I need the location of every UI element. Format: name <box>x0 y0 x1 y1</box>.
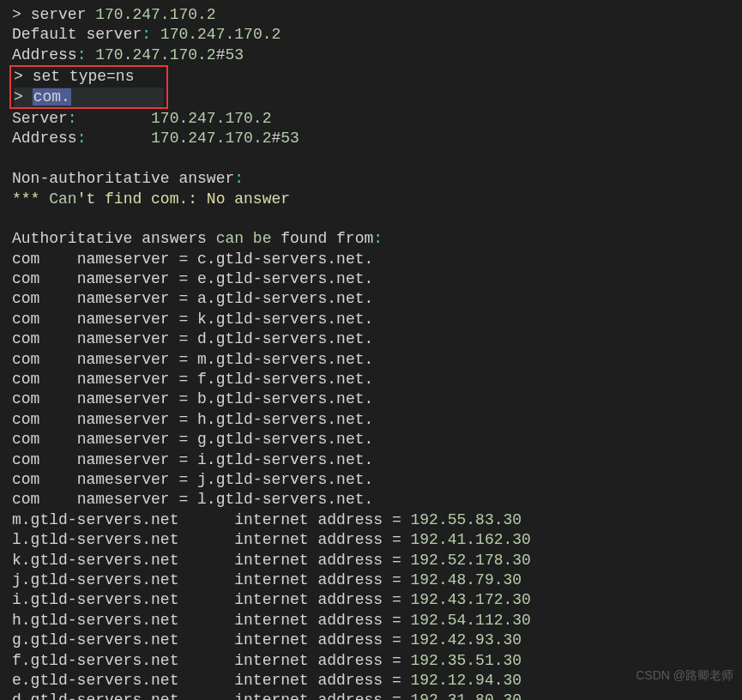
address-row: l.gtld-servers.net internet address = 19… <box>12 530 742 550</box>
nameserver-list: com nameserver = c.gtld-servers.net.com … <box>12 250 742 510</box>
auth-header: Authoritative answers can be found from: <box>12 229 742 249</box>
address-row: h.gtld-servers.net internet address = 19… <box>12 611 742 631</box>
blank-line <box>12 149 742 169</box>
address-row: f.gtld-servers.net internet address = 19… <box>12 651 742 671</box>
address-row: e.gtld-servers.net internet address = 19… <box>12 671 742 691</box>
cmd-line-server: > server 170.247.170.2 <box>12 5 742 25</box>
cmd-line-set-type: > set type=ns <box>14 67 164 87</box>
server-line: Server: 170.247.170.2 <box>12 109 742 129</box>
nameserver-row: com nameserver = i.gtld-servers.net. <box>12 450 742 470</box>
nameserver-row: com nameserver = f.gtld-servers.net. <box>12 370 742 389</box>
nameserver-row: com nameserver = k.gtld-servers.net. <box>12 310 742 329</box>
nameserver-row: com nameserver = l.gtld-servers.net. <box>12 490 742 510</box>
terminal-output: > server 170.247.170.2 Default server: 1… <box>12 5 742 700</box>
address-row: g.gtld-servers.net internet address = 19… <box>12 631 742 650</box>
nameserver-row: com nameserver = j.gtld-servers.net. <box>12 470 742 490</box>
address-line-1: Address: 170.247.170.2#53 <box>12 45 742 65</box>
nameserver-row: com nameserver = b.gtld-servers.net. <box>12 389 742 409</box>
watermark: CSDN @路卿老师 <box>636 667 733 683</box>
address-line-2: Address: 170.247.170.2#53 <box>12 129 742 148</box>
cmd-line-com: > com. <box>14 88 164 107</box>
nameserver-row: com nameserver = a.gtld-servers.net. <box>12 289 742 309</box>
address-row: m.gtld-servers.net internet address = 19… <box>12 510 742 530</box>
nameserver-row: com nameserver = e.gtld-servers.net. <box>12 269 742 289</box>
highlighted-commands: > set type=ns > com. <box>9 65 168 109</box>
address-row: i.gtld-servers.net internet address = 19… <box>12 590 742 610</box>
blank-line <box>12 209 742 229</box>
address-row: j.gtld-servers.net internet address = 19… <box>12 570 742 590</box>
non-auth-header: Non-authoritative answer: <box>12 169 742 189</box>
address-row: d.gtld-servers.net internet address = 19… <box>12 691 742 700</box>
address-row: k.gtld-servers.net internet address = 19… <box>12 551 742 570</box>
nameserver-row: com nameserver = g.gtld-servers.net. <box>12 430 742 450</box>
nameserver-row: com nameserver = d.gtld-servers.net. <box>12 329 742 349</box>
nameserver-row: com nameserver = h.gtld-servers.net. <box>12 410 742 430</box>
address-list: m.gtld-servers.net internet address = 19… <box>12 510 742 700</box>
nameserver-row: com nameserver = c.gtld-servers.net. <box>12 250 742 269</box>
default-server-line: Default server: 170.247.170.2 <box>12 25 742 45</box>
nameserver-row: com nameserver = m.gtld-servers.net. <box>12 350 742 370</box>
non-auth-error: *** Can't find com.: No answer <box>12 190 742 209</box>
